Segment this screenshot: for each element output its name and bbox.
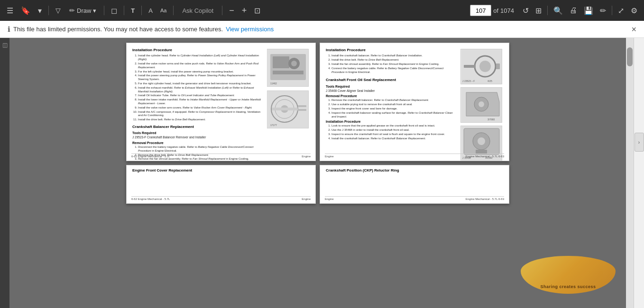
scroll-thumb[interactable] bbox=[627, 47, 633, 66]
list-item: Install the power steering pump pulley. … bbox=[138, 74, 263, 82]
list-item: Install the crankshaft balancer. Refer t… bbox=[331, 137, 457, 141]
zoom-out-button[interactable]: − bbox=[226, 4, 237, 18]
list-item: Disconnect the battery negative cable. R… bbox=[138, 145, 263, 153]
print-button[interactable]: 🖨 bbox=[567, 4, 580, 17]
bookmark-button[interactable]: 🔖 bbox=[18, 4, 33, 17]
notification-close-button[interactable]: × bbox=[631, 25, 636, 34]
bottom-left-footer-left: 6-62 Engine Mechanical - 5.7L bbox=[131, 198, 170, 201]
right-removal-label: Removal Procedure bbox=[326, 94, 457, 98]
filter-button[interactable]: ▽ bbox=[53, 5, 64, 16]
annotate-button[interactable]: ✏ bbox=[597, 4, 609, 17]
draw-dropdown-icon: ▾ bbox=[93, 7, 96, 14]
divider-7 bbox=[547, 6, 548, 15]
draw-label: Draw bbox=[77, 7, 91, 14]
left-page-footer: 6-62 Engine Mechanical - 5.7L Engine bbox=[131, 154, 311, 159]
engine-cover-image: 3/7660 bbox=[460, 87, 502, 123]
pdf-viewer[interactable]: Installation Procedure Install the cylin… bbox=[9, 38, 626, 308]
right-page-footer: Engine Engine Mechanical - 5.7L 6-63 bbox=[325, 154, 504, 159]
tool-image-top: J 23523 – F 4/25 bbox=[460, 49, 502, 84]
aa-button[interactable]: Aa bbox=[157, 6, 169, 15]
list-item: Install the A/C compressor, if equipped.… bbox=[138, 110, 263, 118]
divider-1 bbox=[48, 6, 49, 15]
list-item: Install the cylinder head. Refer to Cyli… bbox=[138, 54, 263, 62]
tools-required-label: Tools Required bbox=[132, 131, 263, 135]
svg-point-29 bbox=[478, 137, 485, 145]
collapse-panel: › bbox=[634, 38, 644, 308]
divider-2 bbox=[104, 6, 104, 15]
draw-button[interactable]: ✏ Draw ▾ bbox=[65, 5, 100, 16]
right-install-list-2: Look to ensure that the pre-applied grea… bbox=[326, 124, 457, 140]
svg-rect-12 bbox=[298, 105, 306, 107]
info-icon: ℹ bbox=[8, 25, 10, 34]
right-page-left-col: Installation Procedure Install the crank… bbox=[326, 48, 457, 161]
divider-8 bbox=[612, 6, 612, 15]
svg-text:4/25: 4/25 bbox=[488, 80, 492, 82]
footer-right: Engine bbox=[302, 155, 311, 159]
copilot-button[interactable]: Ask Copilot bbox=[177, 5, 218, 16]
text-button[interactable]: T bbox=[128, 5, 138, 16]
zoom-in-button[interactable]: + bbox=[239, 4, 250, 18]
save-button[interactable]: 💾 bbox=[581, 4, 596, 17]
svg-text:3/7660: 3/7660 bbox=[488, 118, 495, 121]
list-item: Connect the battery negative cable. Refe… bbox=[331, 67, 457, 74]
divider-6 bbox=[222, 6, 222, 15]
right-page-content: Installation Procedure Install the crank… bbox=[326, 48, 503, 161]
expand-button[interactable]: ⤢ bbox=[615, 4, 627, 17]
list-item: Use the J 35468 in order to install the … bbox=[331, 128, 457, 132]
right-footer-right: Engine Mechanical - 5.7L 6-63 bbox=[466, 155, 504, 159]
page-total: 1074 bbox=[500, 7, 514, 14]
engine-image-bottom: 17177 bbox=[267, 91, 309, 128]
panel-icon-1: ◫ bbox=[2, 42, 8, 48]
bottom-left-footer-right: Engine bbox=[302, 198, 311, 201]
left-col: Installation Procedure Install the cylin… bbox=[132, 48, 263, 161]
bottom-page-spread: Engine Front Cover Replacement 6-62 Engi… bbox=[19, 165, 616, 204]
notification-bar: ℹ This file has limited permissions. You… bbox=[0, 21, 644, 38]
svg-rect-2 bbox=[273, 56, 289, 68]
page-input[interactable] bbox=[470, 5, 491, 16]
search-button[interactable]: 🔍 bbox=[551, 4, 566, 17]
crankshaft-oil-seal-title: Crankshaft Front Oil Seal Replacement bbox=[326, 78, 457, 82]
settings-button[interactable]: ⚙ bbox=[628, 4, 640, 17]
page-navigation: of 1074 bbox=[470, 5, 514, 16]
pdf-page-bottom-left: Engine Front Cover Replacement 6-62 Engi… bbox=[126, 165, 316, 204]
list-item: Install the valve rocker arm covers. Ref… bbox=[138, 106, 263, 110]
bottom-right-footer-right: Engine Mechanical - 5.7L 6-63 bbox=[466, 198, 504, 201]
pdf-page-right: Installation Procedure Install the crank… bbox=[320, 43, 509, 161]
list-item: For the left cylinder head, install the … bbox=[138, 70, 263, 74]
svg-rect-11 bbox=[272, 108, 298, 110]
crankshaft-balancer-title: Crankshaft Balancer Replacement bbox=[132, 125, 263, 129]
divider-3 bbox=[124, 6, 124, 15]
right-footer-left: Engine bbox=[325, 155, 334, 159]
tool-svg-top: J 23523 – F 4/25 bbox=[461, 49, 502, 84]
list-item: Install the drive belt. Refer to Drive B… bbox=[331, 58, 457, 62]
menu-button[interactable]: ☰ bbox=[4, 4, 16, 17]
toolbar: ☰ 🔖 ▾ ▽ ✏ Draw ▾ ◻ T A Aa Ask Copilot − … bbox=[0, 0, 644, 21]
list-item: Install the crankshaft balancer. Refer t… bbox=[331, 54, 457, 58]
engine-cover-svg: 3/7660 bbox=[461, 88, 502, 122]
list-item: Inspect the crankshaft balancer sealing … bbox=[331, 111, 457, 119]
dual-page-button[interactable]: ⊞ bbox=[533, 4, 544, 17]
fit-button[interactable]: ⊡ bbox=[251, 4, 263, 17]
toolbar-right-group: ↺ ⊞ 🔍 🖨 💾 ✏ ⤢ ⚙ bbox=[520, 4, 640, 17]
collapse-arrow-button[interactable]: › bbox=[635, 133, 644, 152]
list-item: Install Oil Indicator Tube. Refer to Oil… bbox=[138, 94, 263, 98]
svg-point-4 bbox=[291, 61, 297, 66]
view-permissions-link[interactable]: View permissions bbox=[226, 26, 274, 33]
list-item: Install the fan shroud assembly. Refer t… bbox=[331, 63, 457, 66]
notification-text: This file has limited permissions. You m… bbox=[13, 26, 223, 33]
right-page-right-col: J 23523 – F 4/25 3/7660 bbox=[460, 48, 503, 161]
bottom-left-footer: 6-62 Engine Mechanical - 5.7L Engine bbox=[131, 196, 311, 201]
scrollbar[interactable] bbox=[626, 38, 634, 308]
font-button[interactable]: A bbox=[146, 5, 156, 16]
list-item: Install the valve rocker arms and the va… bbox=[138, 62, 263, 70]
watermark-overlay: Sharing creates success bbox=[521, 256, 616, 294]
svg-text:11462: 11462 bbox=[270, 82, 277, 85]
right-tools-label: Tools Required bbox=[326, 84, 457, 89]
divider-5 bbox=[173, 6, 174, 15]
list-item: Inspect the engine front cover seal bore… bbox=[331, 107, 457, 111]
rotate-button[interactable]: ↺ bbox=[520, 4, 532, 17]
right-install-label-2: Installation Procedure bbox=[326, 119, 457, 124]
dropdown-button[interactable]: ▾ bbox=[35, 4, 45, 17]
eraser-button[interactable]: ◻ bbox=[108, 4, 120, 17]
list-item: For the right cylinder head, install the… bbox=[138, 82, 263, 86]
